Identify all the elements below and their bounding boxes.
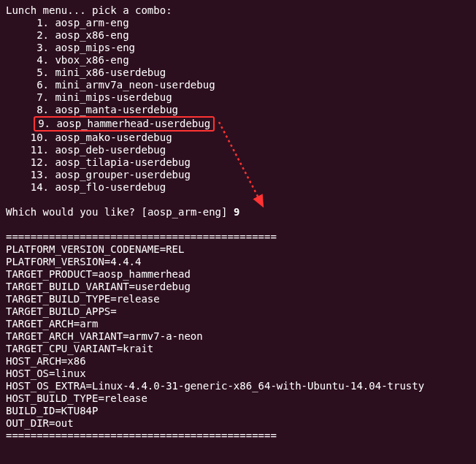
env-line: HOST_OS_EXTRA=Linux-4.4.0-31-generic-x86…	[6, 380, 470, 392]
menu-item-14: 14. aosp_flo-userdebug	[6, 181, 470, 194]
menu-item-9: 9. aosp_hammerhead-userdebug	[6, 116, 470, 132]
separator-top: ========================================…	[6, 231, 470, 243]
prompt-line[interactable]: Which would you like? [aosp_arm-eng] 9	[6, 206, 470, 218]
blank-line	[6, 194, 470, 206]
env-line: TARGET_ARCH_VARIANT=armv7-a-neon	[6, 330, 470, 343]
menu-item-6: 6. mini_armv7a_neon-userdebug	[6, 79, 470, 91]
menu-item-5: 5. mini_x86-userdebug	[6, 66, 470, 79]
env-line: TARGET_BUILD_TYPE=release	[6, 293, 470, 305]
env-line: TARGET_CPU_VARIANT=krait	[6, 343, 470, 355]
menu-item-3: 3. aosp_mips-eng	[6, 42, 470, 54]
prompt-input[interactable]: 9	[234, 206, 239, 218]
separator-bottom: ========================================…	[6, 430, 470, 442]
menu-item-4: 4. vbox_x86-eng	[6, 54, 470, 66]
menu-item-8: 8. aosp_manta-userdebug	[6, 104, 470, 116]
env-line: TARGET_PRODUCT=aosp_hammerhead	[6, 268, 470, 281]
menu-item-13: 13. aosp_grouper-userdebug	[6, 169, 470, 181]
menu-item-10: 10. aosp_mako-userdebug	[6, 132, 470, 144]
env-line: HOST_OS=linux	[6, 368, 470, 380]
blank-line	[6, 218, 470, 231]
env-line: TARGET_ARCH=arm	[6, 318, 470, 330]
env-line: OUT_DIR=out	[6, 417, 470, 430]
env-line: TARGET_BUILD_VARIANT=userdebug	[6, 281, 470, 293]
menu-item-highlight: 9. aosp_hammerhead-userdebug	[34, 116, 215, 132]
menu-list: 1. aosp_arm-eng 2. aosp_x86-eng 3. aosp_…	[6, 17, 470, 194]
env-line: PLATFORM_VERSION_CODENAME=REL	[6, 243, 470, 256]
env-list: PLATFORM_VERSION_CODENAME=RELPLATFORM_VE…	[6, 243, 470, 430]
menu-item-1: 1. aosp_arm-eng	[6, 17, 470, 29]
menu-item-2: 2. aosp_x86-eng	[6, 29, 470, 42]
prompt-question: Which would you like?	[6, 206, 135, 218]
env-line: BUILD_ID=KTU84P	[6, 405, 470, 417]
env-line: HOST_BUILD_TYPE=release	[6, 392, 470, 405]
menu-item-12: 12. aosp_tilapia-userdebug	[6, 156, 470, 169]
menu-item-7: 7. mini_mips-userdebug	[6, 91, 470, 104]
env-line: TARGET_BUILD_APPS=	[6, 305, 470, 318]
menu-item-11: 11. aosp_deb-userdebug	[6, 144, 470, 156]
lunch-header: Lunch menu... pick a combo:	[6, 4, 470, 17]
env-line: PLATFORM_VERSION=4.4.4	[6, 256, 470, 268]
env-line: HOST_ARCH=x86	[6, 355, 470, 368]
prompt-default: [aosp_arm-eng]	[141, 206, 227, 218]
